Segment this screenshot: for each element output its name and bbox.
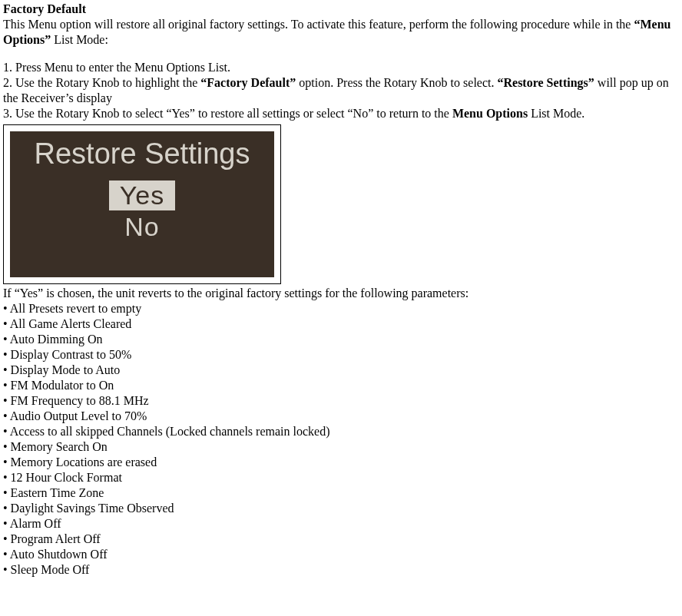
list-item: • Access to all skipped Channels (Locked… <box>3 424 679 439</box>
list-item: • FM Frequency to 88.1 MHz <box>3 393 679 409</box>
list-item: • Sleep Mode Off <box>3 562 679 578</box>
lcd-option-yes: Yes <box>109 180 175 210</box>
list-item: • Display Mode to Auto <box>3 363 679 378</box>
intro-post: List Mode: <box>51 33 108 46</box>
step2-b2: “Restore Settings” <box>497 76 594 89</box>
lcd-options: Yes No <box>109 180 175 242</box>
list-item: • Alarm Off <box>3 516 679 532</box>
section-title: Factory Default <box>3 2 679 17</box>
list-item: • Audio Output Level to 70% <box>3 409 679 424</box>
intro-paragraph: This Menu option will restore all origin… <box>3 17 679 48</box>
list-item: • 12 Hour Clock Format <box>3 470 679 485</box>
list-item: • FM Modulator to On <box>3 378 679 393</box>
lcd-screenshot: Restore Settings Yes No <box>3 124 281 284</box>
lcd-screen: Restore Settings Yes No <box>10 131 274 277</box>
list-item: • Auto Dimming On <box>3 332 679 347</box>
step-1: 1. Press Menu to enter the Menu Options … <box>3 60 679 75</box>
lcd-option-no: No <box>114 212 170 242</box>
intro-pre: This Menu option will restore all origin… <box>3 18 634 31</box>
list-item: • Memory Locations are erased <box>3 455 679 470</box>
list-item: • All Game Alerts Cleared <box>3 316 679 332</box>
spacer <box>3 48 679 60</box>
step3-pre: 3. Use the Rotary Knob to select “Yes” t… <box>3 107 452 120</box>
list-item: • Auto Shutdown Off <box>3 547 679 562</box>
factory-reset-list: • All Presets revert to empty • All Game… <box>3 301 679 578</box>
list-item: • Daylight Savings Time Observed <box>3 501 679 516</box>
result-intro: If “Yes” is chosen, the unit reverts to … <box>3 286 679 301</box>
list-item: • Program Alert Off <box>3 532 679 547</box>
step3-b: Menu Options <box>452 107 528 120</box>
list-item: • Memory Search On <box>3 439 679 455</box>
step-3: 3. Use the Rotary Knob to select “Yes” t… <box>3 106 679 121</box>
step2-mid: option. Press the Rotary Knob to select. <box>296 76 497 89</box>
step2-b1: “Factory Default” <box>200 76 296 89</box>
step2-pre: 2. Use the Rotary Knob to highlight the <box>3 76 200 89</box>
step-2: 2. Use the Rotary Knob to highlight the … <box>3 75 679 106</box>
lcd-title: Restore Settings <box>35 136 250 173</box>
list-item: • Eastern Time Zone <box>3 485 679 501</box>
list-item: • Display Contrast to 50% <box>3 347 679 363</box>
step3-post: List Mode. <box>528 107 584 120</box>
list-item: • All Presets revert to empty <box>3 301 679 316</box>
